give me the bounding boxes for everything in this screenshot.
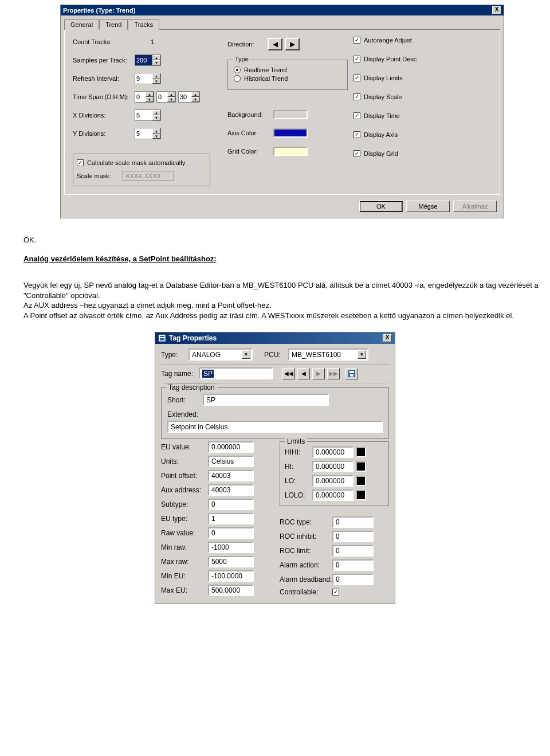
tp-close-button[interactable]: X: [383, 334, 392, 342]
ydiv-spinner[interactable]: ▲▼: [135, 128, 161, 139]
samples-label: Samples per Track:: [73, 57, 135, 64]
units-input[interactable]: Celsius: [208, 456, 254, 467]
time-h-spinner[interactable]: ▲▼: [156, 91, 176, 103]
maxraw-input[interactable]: 5000: [208, 556, 254, 567]
short-label: Short:: [167, 396, 203, 404]
ok-button[interactable]: OK: [359, 201, 403, 212]
pointoffset-input[interactable]: 40003: [208, 470, 254, 481]
minraw-label: Min raw:: [161, 543, 208, 551]
time-d-spinner[interactable]: ▲▼: [135, 91, 154, 103]
display-limits-checkbox[interactable]: [353, 75, 360, 81]
axis-color-swatch[interactable]: [273, 128, 308, 138]
button-bar: OK Mégse Alkalmaz: [61, 195, 504, 218]
dialog-title: Properties (Type: Trend): [63, 7, 135, 14]
aux-label: Aux address:: [161, 486, 208, 494]
background-swatch[interactable]: [273, 110, 308, 119]
display-point-label: Display Point Desc: [364, 56, 417, 62]
lo-input[interactable]: 0.000000: [312, 475, 353, 487]
hi-input[interactable]: 0.000000: [312, 461, 353, 472]
euvalue-input[interactable]: 0.000000: [208, 441, 254, 453]
nav-prev-button[interactable]: ◀: [297, 368, 310, 379]
chevron-down-icon[interactable]: ▼: [358, 350, 366, 359]
tab-general[interactable]: General: [64, 19, 99, 30]
hihi-label: HIHI:: [285, 448, 312, 456]
pcu-combo[interactable]: MB_WEST6100▼: [288, 348, 368, 361]
subtype-input[interactable]: 0: [208, 499, 254, 510]
direction-right-button[interactable]: ▶: [285, 38, 300, 50]
calc-checkbox[interactable]: [77, 159, 84, 166]
hihi-input[interactable]: 0.000000: [312, 446, 353, 458]
chevron-down-icon[interactable]: ▼: [242, 350, 250, 359]
nav-next-button[interactable]: ▶: [312, 368, 325, 379]
alarmaction-input[interactable]: 0: [332, 559, 374, 571]
alarmdeadband-input[interactable]: 0: [332, 574, 374, 585]
cancel-button[interactable]: Mégse: [406, 201, 450, 212]
refresh-label: Refresh Interval:: [73, 75, 135, 82]
display-axis-label: Display Axis: [364, 131, 398, 138]
lo-color[interactable]: [356, 476, 366, 486]
display-grid-checkbox[interactable]: [353, 150, 360, 157]
svg-rect-2: [160, 338, 164, 340]
refresh-spinner[interactable]: ▲▼: [135, 73, 161, 84]
autorange-checkbox[interactable]: [353, 37, 360, 44]
arrow-up-icon[interactable]: ▲: [152, 55, 160, 60]
rocinhibit-input[interactable]: 0: [332, 531, 374, 542]
tagname-input[interactable]: SP: [199, 367, 273, 379]
lo-label: LO:: [285, 477, 312, 485]
display-point-checkbox[interactable]: [353, 56, 360, 62]
timespan-label: Time Span (D:H:M):: [73, 93, 135, 100]
display-axis-checkbox[interactable]: [353, 131, 360, 138]
display-time-checkbox[interactable]: [353, 112, 360, 119]
mineu-input[interactable]: -100.0000: [208, 570, 254, 582]
direction-left-button[interactable]: ◀: [268, 38, 282, 50]
lolo-input[interactable]: 0.000000: [312, 489, 353, 501]
aux-input[interactable]: 40003: [208, 484, 254, 496]
grid-color-swatch[interactable]: [273, 147, 308, 156]
hihi-color[interactable]: [356, 447, 366, 457]
arrow-down-icon[interactable]: ▼: [152, 60, 160, 65]
doc-paragraph: Vegyük fel egy új, SP nevű analóg tag-et…: [23, 280, 541, 320]
display-scale-checkbox[interactable]: [353, 93, 360, 100]
tab-tracks[interactable]: Tracks: [128, 19, 159, 30]
subtype-label: Subtype:: [161, 500, 208, 508]
tab-trend[interactable]: Trend: [99, 19, 128, 30]
roctype-input[interactable]: 0: [332, 516, 374, 528]
extended-input[interactable]: Setpoint in Celsius: [167, 421, 383, 433]
save-icon[interactable]: [345, 368, 358, 379]
apply-button[interactable]: Alkalmaz: [453, 201, 497, 212]
minraw-input[interactable]: -1000: [208, 542, 254, 553]
controllable-checkbox[interactable]: [332, 589, 339, 596]
type-combo[interactable]: ANALOG▼: [188, 348, 253, 361]
realtime-radio[interactable]: [234, 66, 241, 73]
tag-desc-legend: Tag description: [166, 383, 217, 391]
arrow-down-icon[interactable]: ▼: [152, 79, 160, 84]
xdiv-spinner[interactable]: ▲▼: [135, 109, 161, 121]
direction-label: Direction:: [227, 41, 268, 48]
hi-color[interactable]: [356, 461, 366, 472]
display-scale-label: Display Scale: [364, 93, 402, 100]
arrow-up-icon[interactable]: ▲: [152, 73, 160, 79]
rawvalue-input[interactable]: 0: [208, 527, 254, 539]
tab-content: Count Tracks: 1 Samples per Track: ▲▼ Re…: [64, 30, 500, 195]
tagname-label: Tag name:: [161, 370, 199, 378]
nav-first-button[interactable]: ◀◀: [282, 368, 295, 379]
doc-heading: Analóg vezérlőelem készítése, a SetPoint…: [23, 254, 541, 263]
axis-color-label: Axis Color:: [227, 130, 273, 136]
short-input[interactable]: SP: [203, 394, 329, 406]
lolo-color[interactable]: [356, 490, 366, 500]
scalemask-label: Scale mask:: [77, 173, 123, 179]
tp-titlebar: Tag Properties X: [155, 332, 395, 344]
display-grid-label: Display Grid: [364, 150, 398, 157]
maxeu-input[interactable]: 500.0000: [208, 585, 254, 596]
samples-spinner[interactable]: ▲▼: [135, 54, 161, 66]
eutype-input[interactable]: 1: [208, 513, 254, 524]
historical-radio[interactable]: [234, 75, 241, 82]
time-m-spinner[interactable]: ▲▼: [178, 91, 200, 103]
autorange-label: Autorange Adjust: [364, 37, 412, 44]
display-time-label: Display Time: [364, 112, 400, 119]
doc-ok: OK.: [23, 236, 541, 244]
close-button[interactable]: X: [492, 6, 501, 14]
nav-last-button[interactable]: ▶▶: [327, 368, 340, 379]
tabs: General Trend Tracks: [64, 19, 500, 30]
roclimit-input[interactable]: 0: [332, 545, 374, 557]
